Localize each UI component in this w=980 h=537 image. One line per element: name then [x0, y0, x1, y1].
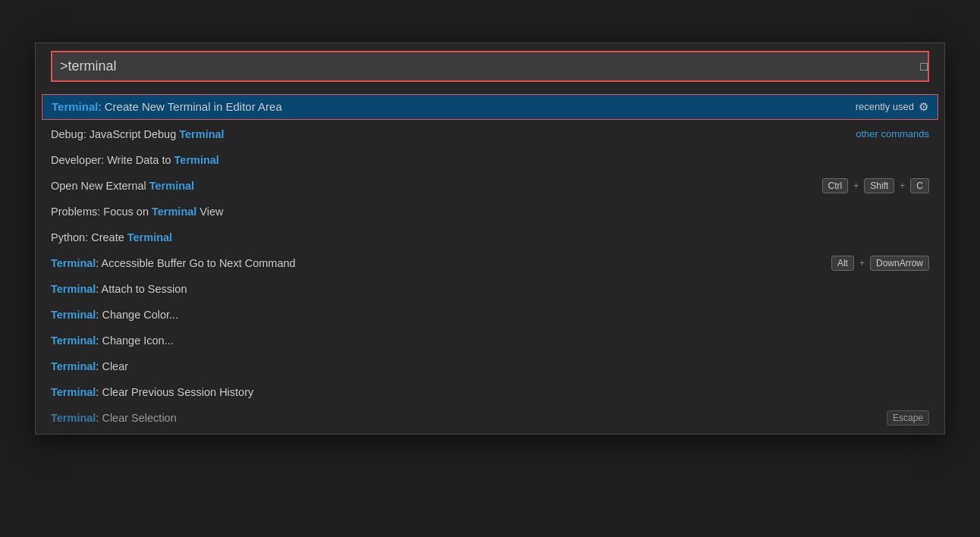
result-item-developer[interactable]: Developer: Write Data to Terminal: [36, 147, 944, 173]
collapse-icon[interactable]: □: [920, 60, 928, 74]
search-bar[interactable]: [51, 51, 929, 82]
item-suffix: View: [196, 206, 223, 218]
item-label: Terminal: Change Color...: [51, 309, 929, 321]
kbd-sep3: +: [859, 258, 865, 268]
item-label: Debug: JavaScript Debug Terminal: [51, 128, 843, 140]
recently-used-label: recently used: [856, 101, 914, 112]
item-label: Developer: Write Data to Terminal: [51, 154, 929, 166]
item-highlight: Terminal: [51, 412, 96, 424]
search-input[interactable]: [60, 58, 920, 74]
item-suffix: : Change Color...: [96, 309, 178, 321]
item-shortcut-ctrl-shift-c: Ctrl + Shift + C: [822, 178, 929, 193]
result-item-open-external[interactable]: Open New External Terminal Ctrl + Shift …: [36, 173, 944, 199]
item-meta-escape: Escape: [887, 410, 929, 426]
item-highlight: Terminal: [127, 231, 172, 243]
result-item-selected[interactable]: Terminal: Create New Terminal in Editor …: [42, 94, 938, 120]
item-suffix: : Clear Previous Session History: [96, 386, 253, 398]
item-highlight: Terminal: [51, 309, 96, 321]
item-highlight: Terminal: [174, 154, 219, 166]
result-item-clear[interactable]: Terminal: Clear: [36, 353, 944, 379]
item-label: Python: Create Terminal: [51, 231, 929, 243]
item-label: Terminal: Create New Terminal in Editor …: [52, 100, 843, 113]
item-label: Open New External Terminal: [51, 180, 810, 192]
kbd-downarrow: DownArrow: [870, 256, 929, 271]
item-shortcut-alt-down: Alt + DownArrow: [831, 256, 929, 271]
item-highlight: Terminal: [52, 100, 98, 113]
command-palette: □ Terminal: Create New Terminal in Edito…: [35, 42, 945, 435]
item-prefix: Developer: Write Data to: [51, 154, 174, 166]
item-highlight: Terminal: [51, 334, 96, 347]
item-highlight: Terminal: [149, 180, 194, 192]
result-item-python[interactable]: Python: Create Terminal: [36, 225, 944, 250]
item-highlight: Terminal: [51, 283, 96, 295]
item-highlight: Terminal: [51, 386, 96, 398]
item-suffix: : Attach to Session: [96, 283, 187, 295]
item-highlight: Terminal: [51, 257, 96, 269]
item-meta-other: other commands: [856, 128, 929, 140]
kbd-sep1: +: [853, 181, 859, 191]
item-label: Terminal: Accessible Buffer Go to Next C…: [51, 257, 819, 269]
gear-icon[interactable]: ⚙: [919, 100, 928, 114]
kbd-shift: Shift: [864, 178, 894, 193]
item-label: Terminal: Clear Selection: [51, 412, 875, 424]
item-suffix: : Clear Selection: [96, 412, 176, 424]
item-label: Problems: Focus on Terminal View: [51, 206, 929, 218]
item-prefix: Python: Create: [51, 231, 127, 243]
kbd-escape: Escape: [887, 410, 929, 426]
result-item-clear-history[interactable]: Terminal: Clear Previous Session History: [36, 379, 944, 405]
other-commands-label: other commands: [856, 128, 929, 140]
item-label: Terminal: Clear Previous Session History: [51, 386, 929, 398]
item-label: Terminal: Attach to Session: [51, 283, 929, 295]
item-label: Terminal: Clear: [51, 360, 929, 372]
item-meta-recently-used: recently used ⚙: [856, 100, 928, 114]
results-list: Terminal: Create New Terminal in Editor …: [36, 90, 944, 434]
item-prefix: Debug: JavaScript Debug: [51, 128, 179, 140]
item-suffix: : Change Icon...: [96, 334, 173, 347]
item-prefix: Problems: Focus on: [51, 206, 152, 218]
kbd-alt: Alt: [831, 256, 854, 271]
item-highlight: Terminal: [51, 360, 96, 372]
item-suffix: : Create New Terminal in Editor Area: [98, 100, 281, 113]
result-item-accessible[interactable]: Terminal: Accessible Buffer Go to Next C…: [36, 250, 944, 276]
item-highlight: Terminal: [179, 128, 224, 140]
result-item-clear-selection[interactable]: Terminal: Clear Selection Escape: [36, 405, 944, 431]
kbd-ctrl: Ctrl: [822, 178, 849, 193]
result-item-problems[interactable]: Problems: Focus on Terminal View: [36, 199, 944, 225]
kbd-sep2: +: [900, 181, 905, 191]
result-item-debug[interactable]: Debug: JavaScript Debug Terminal other c…: [36, 121, 944, 147]
item-highlight: Terminal: [152, 206, 196, 218]
result-item-change-icon[interactable]: Terminal: Change Icon...: [36, 328, 944, 353]
item-prefix: Open New External: [51, 180, 149, 192]
kbd-c: C: [910, 178, 929, 193]
item-label: Terminal: Change Icon...: [51, 334, 929, 347]
item-suffix: : Clear: [96, 360, 128, 372]
result-item-attach[interactable]: Terminal: Attach to Session: [36, 276, 944, 302]
item-suffix: : Accessible Buffer Go to Next Command: [96, 257, 295, 269]
result-item-change-color[interactable]: Terminal: Change Color...: [36, 302, 944, 328]
